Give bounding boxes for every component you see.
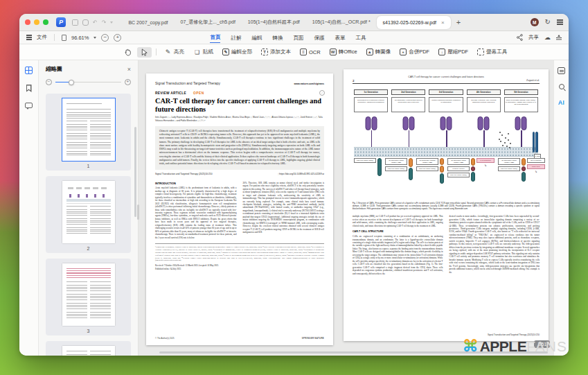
share-label[interactable]: 共享 [528,34,539,41]
merge-pdf-icon: + [400,49,407,55]
thumbnail-item-4[interactable] [46,341,131,356]
cloud-upload-icon[interactable]: ☁ [544,34,551,41]
ribbon-tab-home[interactable]: 首頁 [210,32,220,43]
thumbnail-size-slider[interactable] [55,82,121,83]
pdf-page-1[interactable]: Signal Transduction and Targeted Therapy… [146,73,333,345]
cytokine-receptor [533,132,538,152]
footnotes: ¹Hematology Department, Hospital Clínic … [155,243,324,262]
tool-label: OCR [309,49,321,55]
ribbon-tab-convert[interactable]: 轉換 [272,33,283,43]
undo-icon[interactable]: ↶ [93,19,98,26]
minimize-window-button[interactable] [34,19,39,25]
file-menu-label[interactable]: 文件 [37,34,47,41]
document-tabs: BC 2007_copy.pdf 07_選修化學上..._ch5.pdf 105… [122,16,526,29]
document-tab-active[interactable]: s41392-025-02269-w.pdf × [377,16,451,29]
to-office-tool-button[interactable]: W 轉Office [326,47,361,57]
body-column-1: multiple myeloma (MM), no CAR-T cell pro… [353,215,443,275]
document-tab-3[interactable]: 105(1~4)自然科題本.pdf [242,16,306,29]
user-avatar[interactable]: M [531,18,539,26]
journal-url: www.nature.com/sigtrans [294,82,324,85]
structure-heading: CAR-T CELL STRUCTURE [353,230,443,234]
desktop-watermark: ⌘ APPLE FANS [463,337,567,356]
history-caret-icon[interactable] [110,21,113,24]
zoom-level-value[interactable]: 96.61% [71,35,89,41]
collapse-toolbar-icon[interactable] [556,35,562,40]
toolbar: ✎ 高亮 ❏ 貼紙 ✎ 編輯全部 T 添加文本 ≡ OCR W 轉Office … [19,44,569,60]
close-tab-icon[interactable]: × [441,19,445,26]
redo-icon[interactable]: ↷ [102,19,107,26]
image-icon: ▲ [366,49,373,55]
gen2-desc: Co-stimulatory proteins that improve pro… [391,97,425,112]
share-icon[interactable] [517,34,523,41]
document-tab-2[interactable]: 07_選修化學上..._ch5.pdf [174,16,241,29]
tool-label: 轉圖像 [375,49,391,55]
thumbnail-item-1[interactable]: 1 [46,94,131,171]
ai-assistant-button[interactable]: AI [558,99,564,106]
sticker-tool-button[interactable]: ❏ 貼紙 [190,47,217,58]
ribbon-tab-annotate[interactable]: 註解 [231,33,241,43]
zoom-caret-icon[interactable] [93,37,96,39]
zoom-in-button[interactable]: + [114,34,121,42]
page-fit-icon[interactable] [62,35,66,41]
screen-tools-button[interactable]: 螢幕工具 [474,47,510,57]
ocr-tool-button[interactable]: ≡ OCR [296,47,324,57]
panel-title: 縮略圖 [46,65,62,73]
pan-tool-button[interactable] [121,47,135,58]
bookmarks-panel-icon[interactable] [26,85,32,92]
page-number: 2 [353,79,357,82]
car-receptor-2 [391,112,425,147]
gen5-desc: Three synergistic signals: TCR (CD3ζ), c… [504,97,538,112]
panel-close-icon[interactable]: × [127,66,131,73]
figure-1: 1st Generation Dependent on exogenous cy… [353,89,540,210]
car-receptor-5: IL-2Rβ [504,112,538,147]
gen4-desc: Release cytokines, may express additiona… [467,97,501,112]
pdf-page-2[interactable]: CAR-T cell therapy for cancer: current c… [344,69,549,341]
thumb-smaller-icon[interactable]: − [46,79,52,85]
compress-pdf-tool-button[interactable]: ↓ 壓縮PDF [435,47,472,57]
published-line: Published online: 04 July 2025 [155,268,324,270]
gen2-label: 2nd Generation [391,89,425,95]
tool-label: 編輯全部 [231,49,252,55]
highlight-tool-button[interactable]: ✎ 高亮 [161,47,188,58]
search-icon[interactable] [559,84,564,89]
file-menu-icon[interactable] [26,37,32,37]
sync-icon[interactable]: ↻ [545,19,551,26]
ribbon-tab-form[interactable]: 表單 [335,33,345,43]
fullscreen-window-button[interactable] [43,19,48,25]
office-doc-icon: W [330,49,337,55]
comments-panel-icon[interactable] [25,103,33,108]
ribbon-tab-edit[interactable]: 編輯 [251,33,262,43]
close-window-button[interactable] [25,19,30,25]
zoom-out-button[interactable]: − [101,34,109,42]
car-receptor-4 [467,112,501,147]
main-menu-icon[interactable] [557,21,563,22]
thumbnails-panel-icon[interactable] [25,67,33,74]
ribbon-tab-tools[interactable]: 工具 [355,33,366,43]
sidebar-scrollbar[interactable] [134,127,136,217]
sticker-icon: ❏ [193,49,201,56]
save-icon[interactable] [72,19,78,26]
compress-pdf-icon: ↓ [438,49,445,55]
new-tab-button[interactable]: + [456,18,461,26]
ribbon-tab-protect[interactable]: 保護 [314,33,324,43]
right-rail: AI [553,60,569,356]
document-tab-4[interactable]: 105(1~4)自然..._OCR.pdf * [306,16,377,29]
cytokine-dots [499,139,500,140]
paper-title: CAR-T cell therapy for cancer: current c… [155,97,324,114]
add-text-tool-button[interactable]: T 添加文本 [258,47,294,57]
thumb-larger-icon[interactable]: + [125,79,131,85]
merge-pdf-tool-button[interactable]: + 合併PDF [396,47,433,57]
to-image-tool-button[interactable]: ▲ 轉圖像 [363,47,395,57]
thumbnail-item-2[interactable]: 2 [46,176,131,253]
ribbon-tab-page[interactable]: 頁面 [293,33,303,43]
slider-handle[interactable] [69,80,74,85]
edit-all-tool-button[interactable]: ✎ 編輯全部 [219,47,256,57]
print-icon[interactable] [82,19,89,26]
select-tool-button[interactable] [137,47,152,58]
thumbnail-item-3[interactable]: 3 [46,259,131,335]
document-tab-1[interactable]: BC 2007_copy.pdf [122,16,174,29]
running-title: CAR-T cell therapy for cancer: current c… [353,76,540,78]
panel-resize-handle[interactable] [137,204,140,220]
desktop: { "titlebar": { "tabs": [ {"label": "BC … [0,0,588,375]
notes-panel-icon[interactable] [558,67,565,74]
